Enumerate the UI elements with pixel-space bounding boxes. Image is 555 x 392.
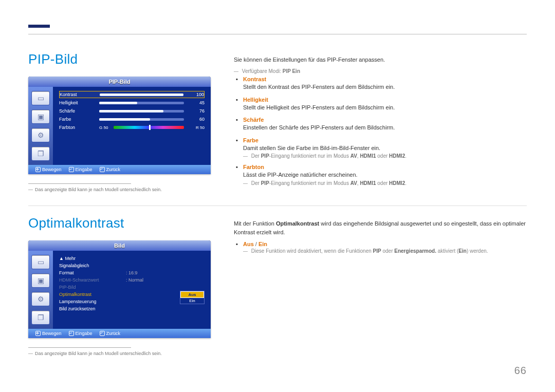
header-accent-bar [28,25,50,28]
menu-signalabgleich: Signalabgleich [59,262,205,269]
image-disclaimer-2: Das angezeigte Bild kann je nach Modell … [28,351,211,356]
input-icon: ▭ [31,255,50,269]
section-title-2: Optimalkontrast [28,215,211,231]
item-kontrast: Kontrast [243,76,527,82]
osd-row-farbton: Farbton G 50 R 50 [59,124,205,131]
multi-icon: ❐ [31,310,50,325]
osd-sidebar: ▭ ▣ ⚙ ❐ [28,87,53,165]
menu-bild-zuruecksetzen: Bild zurücksetzen [59,305,205,312]
picture-icon: ▣ [31,273,50,288]
pip-input-note-1: Der PIP-Eingang funktioniert nur im Modu… [243,153,527,159]
mode-note: Verfügbare Modi: PIP Ein [234,68,527,74]
osd-row-helligkeit: Helligkeit 45 [59,99,205,106]
item-farbton: Farbton [243,164,527,170]
section-optimalkontrast: Optimalkontrast Bild ▭ ▣ ⚙ ❐ ▲ Mehr Sign… [28,215,527,356]
move-icon: ✥ [35,167,41,172]
multi-icon: ❐ [31,146,50,161]
dropdown-aus-ein: Aus Ein [180,291,205,304]
menu-format: Format: 16:9 [59,269,205,276]
return-icon: ↶ [100,167,105,172]
menu-hdmi-schwarzwert: HDMI-Schwarzwert: Normal [59,276,205,284]
move-icon: ✥ [35,331,41,336]
image-disclaimer: Das angezeigte Bild kann je nach Modell … [28,187,211,192]
osd-row-schaerfe: Schärfe 76 [59,107,205,115]
intro-text: Sie können die Einstellungen für das PIP… [234,55,527,64]
footnote-rule-2 [28,347,131,348]
menu-lampensteuerung: Lampensteuerung [59,298,180,305]
picture-icon: ▣ [31,109,50,124]
osd-bild: Bild ▭ ▣ ⚙ ❐ ▲ Mehr Signalabgleich Forma… [28,240,211,338]
disable-note: Diese Funktion wird deaktiviert, wenn di… [243,248,527,254]
page-number: 66 [514,365,527,377]
item-helligkeit: Helligkeit [243,97,527,103]
settings-icon: ⚙ [31,292,50,306]
item-farbe: Farbe [243,137,527,143]
osd-pip: PIP-Bild ▭ ▣ ⚙ ❐ Kontrast 100 Helligkeit [28,77,211,174]
menu-optimalkontrast: Optimalkontrast [59,291,180,298]
osd-row-kontrast: Kontrast 100 [59,91,205,98]
section-title: PIP-Bild [28,51,211,67]
osd-title-2: Bild [28,240,211,251]
item-schaerfe: Schärfe [243,117,527,123]
footnote-rule [28,183,131,184]
input-icon: ▭ [31,91,50,105]
osd-footer: ✥Bewegen ↵Eingabe ↶Zurück [28,165,211,174]
section-divider [28,206,527,206]
header-rule [28,34,527,34]
osd-title: PIP-Bild [28,77,211,87]
enter-icon: ↵ [69,167,74,172]
osd-footer-2: ✥Bewegen ↵Eingabe ↶Zurück [28,329,211,338]
enter-icon: ↵ [69,331,74,336]
pip-input-note-2: Der PIP-Eingang funktioniert nur im Modu… [243,180,527,186]
settings-icon: ⚙ [31,128,50,142]
menu-more: ▲ Mehr [59,255,205,262]
menu-pip-bild: PIP-Bild [59,284,205,291]
item-aus-ein: Aus / Ein [243,241,527,247]
osd-row-farbe: Farbe 60 [59,116,205,123]
return-icon: ↶ [100,331,105,336]
intro-text-2: Mit der Funktion Optimalkontrast wird da… [234,219,527,237]
section-pip-bild: PIP-Bild PIP-Bild ▭ ▣ ⚙ ❐ Kontrast 100 [28,51,527,192]
